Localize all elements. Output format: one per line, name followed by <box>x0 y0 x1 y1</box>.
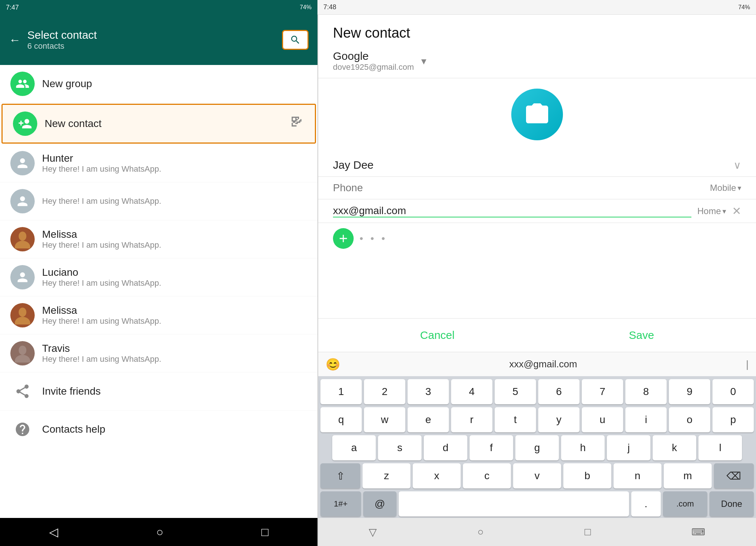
contact-melissa1[interactable]: Melissa Hey there! I am using WhatsApp. <box>0 220 317 258</box>
key-dotcom[interactable]: .com <box>663 491 707 516</box>
select-contact-header: ← Select contact 6 contacts <box>0 15 317 65</box>
contact-luciano[interactable]: Luciano Hey there! I am using WhatsApp. <box>0 258 317 296</box>
key-x[interactable]: x <box>413 463 461 488</box>
contact-travis[interactable]: Travis Hey there! I am using WhatsApp. <box>0 334 317 372</box>
keyboard-suggestion-text: xxx@gmail.com <box>348 358 739 370</box>
key-space[interactable] <box>399 491 629 516</box>
invite-friends-item[interactable]: Invite friends <box>0 372 317 411</box>
new-group-icon <box>10 72 35 96</box>
key-c[interactable]: c <box>463 463 511 488</box>
contact-unknown[interactable]: Hey there! I am using WhatsApp. <box>0 182 317 220</box>
key-v[interactable]: v <box>513 463 561 488</box>
key-k[interactable]: k <box>653 435 696 460</box>
key-u[interactable]: u <box>582 407 623 432</box>
key-e[interactable]: e <box>408 407 449 432</box>
right-nav-back[interactable]: ▽ <box>369 526 377 538</box>
left-status-bar: 7:47 74% <box>0 0 317 15</box>
key-j[interactable]: j <box>607 435 650 460</box>
left-panel: WhatsApp ⋮ CHATS STATUS CALLS <box>0 15 317 546</box>
contacts-help-label: Contacts help <box>42 423 105 435</box>
key-i[interactable]: i <box>625 407 667 432</box>
right-time: 7:48 <box>323 3 336 11</box>
new-group-item[interactable]: New group <box>0 65 317 103</box>
nc-email-clear-icon[interactable]: ✕ <box>732 205 741 217</box>
key-f[interactable]: f <box>470 435 513 460</box>
nc-email-field: Home ▾ ✕ <box>318 199 756 223</box>
nc-account-info: Google dove1925@gmail.com <box>333 50 414 72</box>
select-contact-search-btn[interactable] <box>282 30 309 50</box>
left-status-icons: 74% <box>300 4 312 11</box>
key-b[interactable]: b <box>563 463 611 488</box>
key-g[interactable]: g <box>515 435 559 460</box>
key-r[interactable]: r <box>451 407 492 432</box>
key-backspace[interactable]: ⌫ <box>714 463 754 488</box>
key-z[interactable]: z <box>362 463 410 488</box>
nc-account-row[interactable]: Google dove1925@gmail.com ▾ <box>318 47 756 78</box>
key-symbols[interactable]: 1#+ <box>320 491 361 516</box>
nc-photo-button[interactable] <box>511 89 563 140</box>
right-nav-home[interactable]: ○ <box>478 526 484 538</box>
key-0[interactable]: 0 <box>712 379 754 404</box>
key-y[interactable]: y <box>538 407 580 432</box>
key-7[interactable]: 7 <box>582 379 623 404</box>
contacts-help-item[interactable]: Contacts help <box>0 411 317 448</box>
keyboard-suggestion-bar: 😊 xxx@gmail.com | <box>318 352 756 376</box>
keyboard-zxcv-row: ⇧ z x c v b n m ⌫ <box>320 463 754 488</box>
nav-home[interactable]: ○ <box>156 525 163 539</box>
key-p[interactable]: p <box>712 407 754 432</box>
key-t[interactable]: t <box>495 407 536 432</box>
nc-email-type[interactable]: Home ▾ <box>697 206 726 216</box>
melissa1-preview: Hey there! I am using WhatsApp. <box>42 240 161 250</box>
key-at[interactable]: @ <box>363 491 396 516</box>
right-battery: 74% <box>738 4 750 11</box>
emoji-button[interactable]: 😊 <box>326 357 340 371</box>
contact-melissa2[interactable]: Melissa Hey there! I am using WhatsApp. <box>0 296 317 334</box>
nc-photo-area <box>318 78 756 154</box>
new-contact-form: New contact Google dove1925@gmail.com ▾ <box>318 15 756 318</box>
key-o[interactable]: o <box>669 407 710 432</box>
key-shift[interactable]: ⇧ <box>320 463 360 488</box>
back-button[interactable]: ← <box>9 33 21 47</box>
key-period[interactable]: . <box>631 491 661 516</box>
svg-point-4 <box>19 346 27 355</box>
contact-hunter[interactable]: Hunter Hey there! I am using WhatsApp. <box>0 144 317 182</box>
nav-recent[interactable]: □ <box>261 525 268 539</box>
key-2[interactable]: 2 <box>364 379 405 404</box>
nc-email-input[interactable] <box>333 205 691 217</box>
hunter-preview: Hey there! I am using WhatsApp. <box>42 164 161 174</box>
select-contact-overlay: ← Select contact 6 contacts <box>0 15 317 518</box>
key-5[interactable]: 5 <box>495 379 536 404</box>
nc-phone-type-label: Mobile <box>710 183 736 193</box>
keyboard-qwerty-row: q w e r t y u i o p <box>320 407 754 432</box>
right-nav-keyboard[interactable]: ⌨ <box>691 526 705 538</box>
key-h[interactable]: h <box>561 435 605 460</box>
nav-back[interactable]: ◁ <box>49 525 58 539</box>
nc-name-input[interactable] <box>333 159 728 171</box>
key-m[interactable]: m <box>664 463 712 488</box>
key-6[interactable]: 6 <box>538 379 580 404</box>
new-contact-icon <box>13 111 37 136</box>
key-1[interactable]: 1 <box>320 379 362 404</box>
key-9[interactable]: 9 <box>669 379 710 404</box>
nc-phone-input[interactable] <box>333 182 704 194</box>
key-l[interactable]: l <box>698 435 742 460</box>
nc-phone-type[interactable]: Mobile ▾ <box>710 183 741 193</box>
nc-cancel-button[interactable]: Cancel <box>405 325 469 345</box>
key-d[interactable]: d <box>424 435 467 460</box>
key-3[interactable]: 3 <box>408 379 449 404</box>
nc-phone-type-chevron: ▾ <box>738 183 741 192</box>
key-n[interactable]: n <box>614 463 662 488</box>
key-a[interactable]: a <box>332 435 376 460</box>
key-s[interactable]: s <box>378 435 422 460</box>
nc-account-name: Google <box>333 50 414 62</box>
key-w[interactable]: w <box>364 407 405 432</box>
invite-friends-label: Invite friends <box>42 385 101 397</box>
key-done[interactable]: Done <box>709 491 754 516</box>
new-contact-item[interactable]: New contact <box>1 104 316 144</box>
nc-email-type-chevron: ▾ <box>722 207 726 216</box>
key-8[interactable]: 8 <box>625 379 667 404</box>
nc-save-button[interactable]: Save <box>614 325 669 345</box>
key-4[interactable]: 4 <box>451 379 492 404</box>
right-nav-recent[interactable]: □ <box>585 526 591 538</box>
key-q[interactable]: q <box>320 407 362 432</box>
